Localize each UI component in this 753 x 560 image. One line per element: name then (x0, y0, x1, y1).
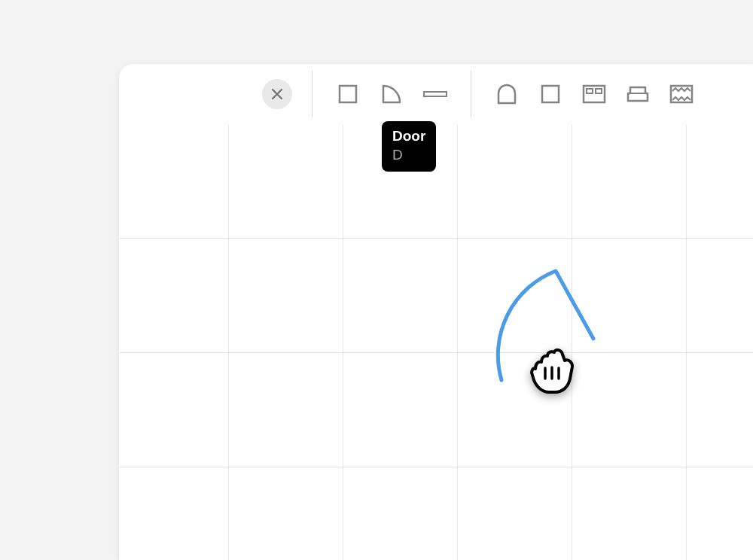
close-button[interactable] (262, 79, 292, 109)
toolbar (119, 64, 753, 124)
canvas-area[interactable] (119, 124, 753, 560)
cabinet-tool-button[interactable] (575, 75, 613, 113)
close-icon (270, 87, 284, 101)
door-icon (380, 83, 403, 105)
tooltip-title: Door (392, 127, 425, 146)
arch-icon (495, 83, 518, 105)
square-tool-button[interactable] (329, 75, 367, 113)
tooltip-shortcut: D (392, 146, 425, 165)
room-icon (540, 84, 561, 105)
sofa-tool-button[interactable] (619, 75, 657, 113)
svg-rect-1 (424, 92, 447, 96)
svg-rect-4 (587, 89, 593, 93)
svg-rect-2 (542, 86, 559, 102)
square-icon (337, 84, 358, 105)
door-tool-button[interactable] (373, 75, 410, 113)
svg-rect-5 (596, 89, 602, 93)
sofa-icon (626, 84, 650, 105)
room-tool-button[interactable] (532, 75, 569, 113)
window-icon (422, 90, 448, 99)
zigzag-tool-button[interactable] (663, 75, 700, 113)
window-tool-button[interactable] (416, 75, 454, 113)
zigzag-icon (669, 84, 694, 105)
canvas-grid (119, 124, 753, 560)
cabinet-icon (582, 84, 606, 105)
grab-cursor-icon (522, 342, 582, 399)
svg-rect-0 (340, 86, 356, 102)
app-window: Door D (119, 64, 753, 560)
door-tooltip: Door D (382, 121, 436, 172)
toolbar-divider (471, 71, 471, 117)
toolbar-divider (312, 71, 312, 117)
arch-tool-button[interactable] (488, 75, 526, 113)
